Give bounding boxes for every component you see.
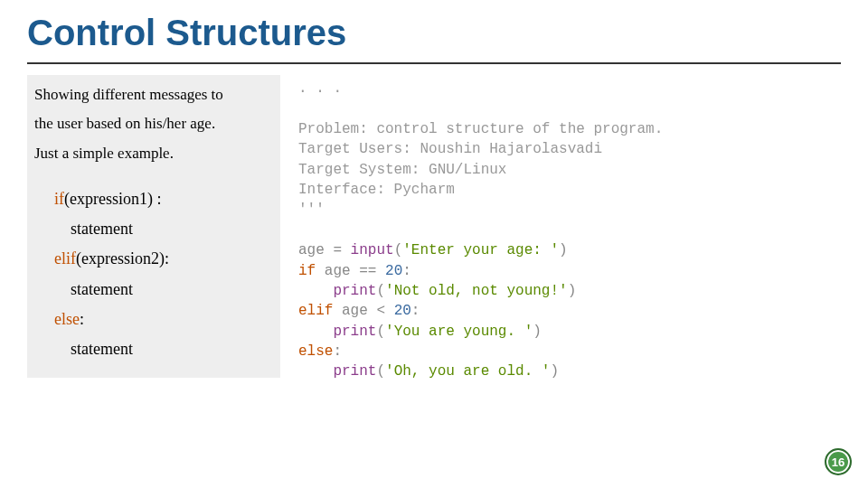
desc-line: the user based on his/her age. [34,109,273,138]
code-line: print('Not old, not young!') [298,283,576,299]
docstring-open: . . . [298,80,342,97]
slide-title: Control Structures [0,0,868,62]
code-line: print('You are young. ') [298,324,542,340]
docstring-line: Target System: GNU/Linux [298,162,506,178]
syntax-text: : [80,310,84,328]
keyword-else: else [54,310,80,328]
syntax-text: (expression1) : [64,190,161,208]
code-line: if age == 20: [298,263,411,279]
title-rule [27,62,841,64]
right-column: . . . Problem: control structure of the … [298,75,841,382]
keyword-elif: elif [54,249,76,267]
syntax-else: else: [34,305,273,334]
desc-line: Just a simple example. [34,139,273,168]
code-line: else: [298,343,342,360]
syntax-stmt: statement [34,275,273,305]
syntax-elif: elif(expression2): [34,244,273,274]
code-line: print('Oh, you are old. ') [298,363,559,380]
docstring-line: Interface: Pycharm [298,182,455,198]
left-column: Showing different messages to the user b… [27,75,280,382]
code-line: elif age < 20: [298,303,420,319]
syntax-text: (expression2): [76,249,169,267]
example-description: Showing different messages to the user b… [27,75,280,175]
docstring-line: Problem: control structure of the progra… [298,121,663,137]
keyword-if: if [54,190,64,208]
syntax-stmt: statement [34,334,273,364]
code-line: age = input('Enter your age: ') [298,242,568,258]
page-number-badge: 16 [825,448,852,475]
docstring-close: ''' [298,202,325,218]
syntax-block: if(expression1) : statement elif(express… [27,175,280,378]
code-block: . . . Problem: control structure of the … [298,75,841,382]
content-columns: Showing different messages to the user b… [0,75,868,382]
syntax-if: if(expression1) : [34,184,273,214]
syntax-stmt: statement [34,214,273,244]
docstring-line: Target Users: Noushin Hajarolasvadi [298,141,602,157]
desc-line: Showing different messages to [34,80,273,109]
